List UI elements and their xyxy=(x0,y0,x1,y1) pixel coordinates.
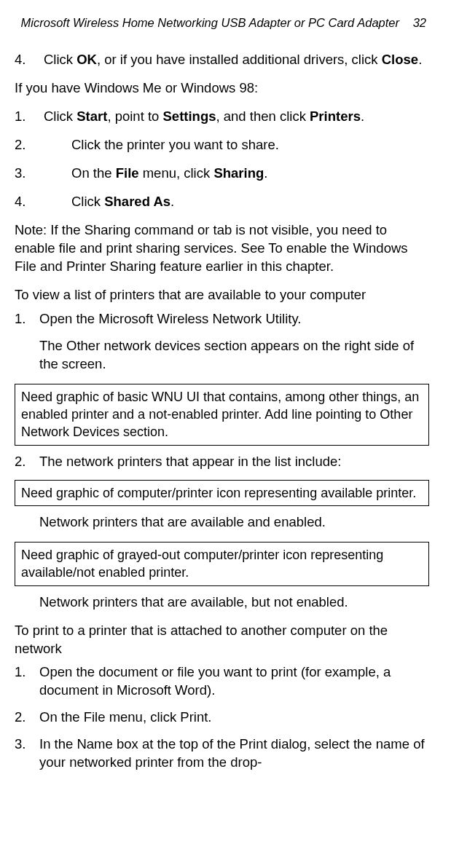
paragraph: If you have Windows Me or Windows 98: xyxy=(15,79,429,98)
list-item: 2. On the File menu, click Print. xyxy=(15,709,429,727)
list-item: 3. On the File menu, click Sharing. xyxy=(15,165,429,183)
item-number: 2. xyxy=(15,709,39,727)
item-content: In the Name box at the top of the Print … xyxy=(39,735,429,772)
sub-paragraph: The Other network devices section appear… xyxy=(39,337,429,374)
graphic-placeholder-box: Need graphic of basic WNU UI that contai… xyxy=(15,384,429,446)
list-item: 4. Click OK, or if you have installed ad… xyxy=(15,51,429,69)
item-number: 2. xyxy=(15,453,39,471)
item-content: On the File menu, click Sharing. xyxy=(71,165,429,183)
page-number: 32 xyxy=(413,16,426,29)
list-item: 1. Open the Microsoft Wireless Network U… xyxy=(15,310,429,328)
list-item: 2. The network printers that appear in t… xyxy=(15,453,429,471)
page-header: Microsoft Wireless Home Networking USB A… xyxy=(15,15,429,31)
graphic-placeholder-box: Need graphic of computer/printer icon re… xyxy=(15,480,429,506)
item-content: On the File menu, click Print. xyxy=(39,709,429,727)
item-content: Click the printer you want to share. xyxy=(71,136,429,154)
list-item: 3. In the Name box at the top of the Pri… xyxy=(15,735,429,772)
note-paragraph: Note: If the Sharing command or tab is n… xyxy=(15,221,429,276)
item-content: Click Shared As. xyxy=(71,193,429,211)
item-number: 1. xyxy=(15,663,39,700)
item-number: 3. xyxy=(15,735,39,772)
section-heading: To print to a printer that is attached t… xyxy=(15,622,429,658)
list-item: 4. Click Shared As. xyxy=(15,193,429,211)
graphic-placeholder-box: Need graphic of grayed-out computer/prin… xyxy=(15,542,429,586)
item-number: 4. xyxy=(15,193,71,211)
item-number: 2. xyxy=(15,136,71,154)
item-content: Open the Microsoft Wireless Network Util… xyxy=(39,310,429,328)
list-item: 1. Click Start, point to Settings, and t… xyxy=(15,108,429,126)
sub-paragraph: Network printers that are available and … xyxy=(39,513,429,532)
item-number: 1. xyxy=(15,310,39,328)
item-content: Open the document or file you want to pr… xyxy=(39,663,429,700)
list-item: 2. Click the printer you want to share. xyxy=(15,136,429,154)
header-title: Microsoft Wireless Home Networking USB A… xyxy=(21,16,399,29)
item-content: Click Start, point to Settings, and then… xyxy=(44,108,429,126)
item-number: 3. xyxy=(15,165,71,183)
sub-paragraph: Network printers that are available, but… xyxy=(39,593,429,612)
section-heading: To view a list of printers that are avai… xyxy=(15,286,429,304)
list-item: 1. Open the document or file you want to… xyxy=(15,663,429,700)
item-content: The network printers that appear in the … xyxy=(39,453,429,471)
item-content: Click OK, or if you have installed addit… xyxy=(44,51,429,69)
